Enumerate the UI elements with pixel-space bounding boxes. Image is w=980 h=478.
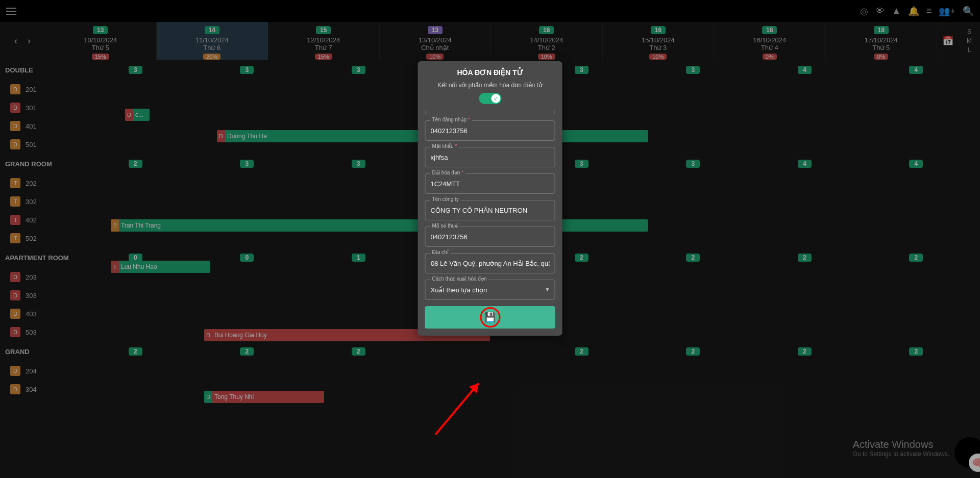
password-field: Mật khẩu *	[425, 147, 555, 167]
company-input[interactable]	[425, 200, 555, 220]
username-input[interactable]	[425, 120, 555, 141]
save-button[interactable]: 💾	[425, 306, 555, 329]
address-field: Địa chỉ	[425, 253, 555, 273]
company-label: Tên công ty	[430, 196, 461, 202]
modal-title: HÓA ĐƠN ĐIỆN TỬ	[425, 68, 555, 77]
password-label: Mật khẩu	[432, 143, 454, 149]
username-field: Tên đăng nhập *	[425, 120, 555, 141]
method-label: Cách thức xuất hóa đơn	[430, 276, 489, 282]
annotation-circle	[480, 307, 500, 328]
series-label: Dải hóa đơn	[432, 170, 460, 175]
series-field: Dải hóa đơn *	[425, 173, 555, 194]
method-select[interactable]	[425, 280, 555, 300]
modal-subtitle: Kết nối với phần mềm hóa đơn điện tử	[425, 82, 555, 89]
series-input[interactable]	[425, 173, 555, 194]
username-label: Tên đăng nhập	[432, 117, 467, 122]
method-field: Cách thức xuất hóa đơn ▼	[425, 280, 555, 300]
password-input[interactable]	[425, 147, 555, 167]
invoice-modal: HÓA ĐƠN ĐIỆN TỬ Kết nối với phần mềm hóa…	[418, 61, 562, 336]
check-icon: ✓	[491, 94, 500, 103]
tax-field: Mã số thuế	[425, 227, 555, 247]
company-field: Tên công ty	[425, 200, 555, 220]
tax-input[interactable]	[425, 227, 555, 247]
tax-label: Mã số thuế	[430, 223, 460, 229]
connection-toggle[interactable]: ✓	[479, 93, 501, 104]
address-input[interactable]	[425, 253, 555, 273]
address-label: Địa chỉ	[430, 249, 451, 255]
